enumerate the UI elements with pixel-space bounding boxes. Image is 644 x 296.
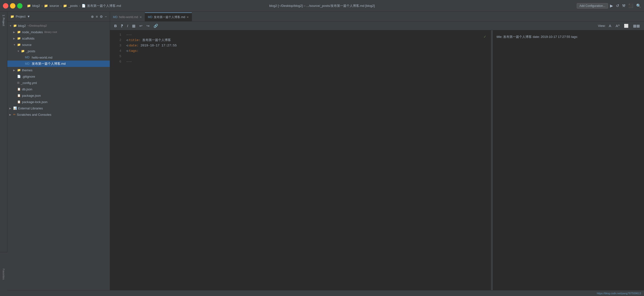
italic-button[interactable]: I xyxy=(126,23,129,28)
toolbar-right: View: A Aᴬ ⬜ ▦▦ xyxy=(598,23,641,28)
panel-title: Project xyxy=(16,15,26,18)
strikethrough-button[interactable]: ⁋ xyxy=(120,23,124,28)
status-bar: https://blog.csdn.net/pang787559613 xyxy=(7,290,644,296)
file-tree-panel: 📁 Project ▼ ⊕ ≡ ⚙ − ▼ 📁 blog2 ~/Desktop/… xyxy=(7,12,110,296)
breadcrumb-blog2[interactable]: blog2 xyxy=(32,4,40,7)
close-button[interactable] xyxy=(3,3,8,8)
tree-item-gitignore[interactable]: 📄 .gitignore xyxy=(7,73,110,80)
md-icon: MD xyxy=(148,15,152,19)
link-button[interactable]: 🔗 xyxy=(152,23,160,28)
tree-item-posts[interactable]: ▼ 📁 _posts xyxy=(7,48,110,54)
tab-blog-post[interactable]: MD 发布第一篇个人博客.md ✕ xyxy=(145,12,192,21)
arrow-icon: ▼ xyxy=(17,50,21,52)
folder-icon: 📁 xyxy=(63,4,67,7)
view-columns-button[interactable]: ▦▦ xyxy=(632,23,641,28)
code-line-4: ◁ tags: xyxy=(126,48,491,54)
json-file-icon: 📋 xyxy=(17,87,21,91)
arrow-icon: ▶ xyxy=(9,107,13,110)
folder-icon: 📁 xyxy=(17,68,21,72)
folder-icon: 📁 xyxy=(17,37,21,40)
toolbar-left: B ⁋ I ▦ ↩ ↪ 🔗 xyxy=(113,23,160,28)
editor-area: MD hello-world.md ✕ MD 发布第一篇个人博客.md ✕ B … xyxy=(110,12,644,296)
tree-item-hello-world[interactable]: MD hello-world.md xyxy=(7,54,110,60)
tab-label: 发布第一篇个人博客.md xyxy=(154,15,185,19)
bold-button[interactable]: B xyxy=(113,23,118,28)
md-icon: MD xyxy=(113,15,118,19)
view-split-button[interactable]: Aᴬ xyxy=(614,23,621,28)
table-button[interactable]: ▦ xyxy=(131,23,137,28)
favorites-panel[interactable]: Favorites xyxy=(0,252,7,296)
tree-item-config-yml[interactable]: ⊞ _config.yml xyxy=(7,80,110,86)
folder-icon: 📁 xyxy=(44,4,48,7)
traffic-lights xyxy=(3,3,22,8)
json-file-icon: 📋 xyxy=(17,100,21,104)
add-configuration-button[interactable]: Add Configuration... xyxy=(577,3,608,8)
status-url: https://blog.csdn.net/pang787559613 xyxy=(597,292,641,295)
tab-hello-world[interactable]: MD hello-world.md ✕ xyxy=(110,13,145,21)
titlebar-icons: ▶ ↺ ⚒ ⬛ 🔍 xyxy=(610,3,641,8)
tree-item-node-modules[interactable]: ▶ 📁 node_modules library root xyxy=(7,29,110,35)
preview-content: title: 发布第一篇个人博客 date: 2019-10-17 17:27:… xyxy=(496,34,640,39)
titlebar-right: Add Configuration... ▶ ↺ ⚒ ⬛ 🔍 xyxy=(577,3,641,8)
tree-item-db-json[interactable]: 📋 db.json xyxy=(7,86,110,92)
view-label: View: xyxy=(598,24,606,27)
hide-panel-icon[interactable]: − xyxy=(105,15,107,18)
folder-icon: 📁 xyxy=(17,43,21,46)
code-line-5 xyxy=(126,54,491,59)
folder-icon: 📁 xyxy=(10,15,14,18)
tree-item-themes[interactable]: ▶ 📁 themes xyxy=(7,67,110,73)
folder-icon: 📁 xyxy=(17,30,21,34)
arrow-icon: ▼ xyxy=(13,43,17,46)
tree-item-scaffolds[interactable]: ▶ 📁 scaffolds xyxy=(7,35,110,41)
tree-item-blog2[interactable]: ▼ 📁 blog2 ~/Desktop/blog2 xyxy=(7,22,110,29)
tree-item-external-libraries[interactable]: ▶ 📊 External Libraries xyxy=(7,105,110,111)
md-file-icon: MD xyxy=(25,62,30,65)
code-line-1: --- ✓ xyxy=(126,32,491,38)
file-tree-header-right: ⊕ ≡ ⚙ − xyxy=(91,15,107,18)
maximize-button[interactable] xyxy=(17,3,22,8)
breadcrumb: 📁 blog2 › 📁 source › 📁 _posts › 📄 发布第一篇个… xyxy=(27,4,121,8)
terminal-icon[interactable]: ⬛ xyxy=(628,3,633,8)
yaml-file-icon: ⊞ xyxy=(17,81,20,84)
md-file-icon: MD xyxy=(25,56,30,59)
redo-button[interactable]: ↪ xyxy=(145,23,151,28)
close-tab-icon[interactable]: ✕ xyxy=(140,16,142,19)
tabs-bar: MD hello-world.md ✕ MD 发布第一篇个人博客.md ✕ xyxy=(110,12,644,21)
editor-main: 1 2 3 4 5 6 --- ✓ ◁ title: 发布第一篇个人博客 xyxy=(110,30,491,296)
breadcrumb-posts[interactable]: _posts xyxy=(68,4,78,7)
close-tab-icon[interactable]: ✕ xyxy=(186,16,189,19)
refresh-icon[interactable]: ↺ xyxy=(616,3,619,8)
collapse-all-icon[interactable]: ≡ xyxy=(96,15,98,18)
run-icon[interactable]: ▶ xyxy=(610,3,613,8)
editor-toolbar: B ⁋ I ▦ ↩ ↪ 🔗 View: A Aᴬ ⬜ ▦▦ xyxy=(110,21,644,30)
search-icon[interactable]: 🔍 xyxy=(636,3,641,8)
minimize-button[interactable] xyxy=(10,3,16,8)
file-tree-header: 📁 Project ▼ ⊕ ≡ ⚙ − xyxy=(7,12,110,21)
locate-file-icon[interactable]: ⊕ xyxy=(91,15,94,18)
tree-item-scratches[interactable]: ▶ ✏ Scratches and Consoles xyxy=(7,111,110,118)
tab-label: hello-world.md xyxy=(119,15,138,19)
project-panel-toggle[interactable]: 1: Project xyxy=(2,14,6,27)
tree-item-package-lock-json[interactable]: 📋 package-lock.json xyxy=(7,99,110,105)
titlebar: 📁 blog2 › 📁 source › 📁 _posts › 📄 发布第一篇个… xyxy=(0,0,644,12)
favorites-label: Favorites xyxy=(2,269,5,280)
titlebar-left: 📁 blog2 › 📁 source › 📁 _posts › 📄 发布第一篇个… xyxy=(3,3,121,8)
tree-item-source[interactable]: ▼ 📁 source xyxy=(7,41,110,48)
breadcrumb-file[interactable]: 发布第一篇个人博客.md xyxy=(87,4,121,8)
view-source-button[interactable]: A xyxy=(608,23,612,28)
tree-item-blog-post[interactable]: MD 发布第一篇个人博客.md xyxy=(7,60,110,67)
tree-item-package-json[interactable]: 📋 package.json xyxy=(7,92,110,99)
chevron-down-icon[interactable]: ▼ xyxy=(27,15,30,18)
file-tree-header-left: 📁 Project ▼ xyxy=(10,15,30,18)
arrow-icon: ▶ xyxy=(9,113,13,116)
main-layout: 1: Project 📁 Project ▼ ⊕ ≡ ⚙ − ▼ 📁 blog2 xyxy=(0,12,644,296)
undo-button[interactable]: ↩ xyxy=(138,23,144,28)
view-preview-button[interactable]: ⬜ xyxy=(623,23,630,28)
breadcrumb-source[interactable]: source xyxy=(50,4,59,7)
settings-icon[interactable]: ⚙ xyxy=(100,15,103,18)
code-editor[interactable]: --- ✓ ◁ title: 发布第一篇个人博客 ◁ date: 2019-10… xyxy=(122,30,491,296)
arrow-icon: ▶ xyxy=(13,31,17,33)
file-tree-content: ▼ 📁 blog2 ~/Desktop/blog2 ▶ 📁 node_modul… xyxy=(7,21,110,296)
editor-content: 1 2 3 4 5 6 --- ✓ ◁ title: 发布第一篇个人博客 xyxy=(110,30,644,296)
build-icon[interactable]: ⚒ xyxy=(622,3,626,8)
